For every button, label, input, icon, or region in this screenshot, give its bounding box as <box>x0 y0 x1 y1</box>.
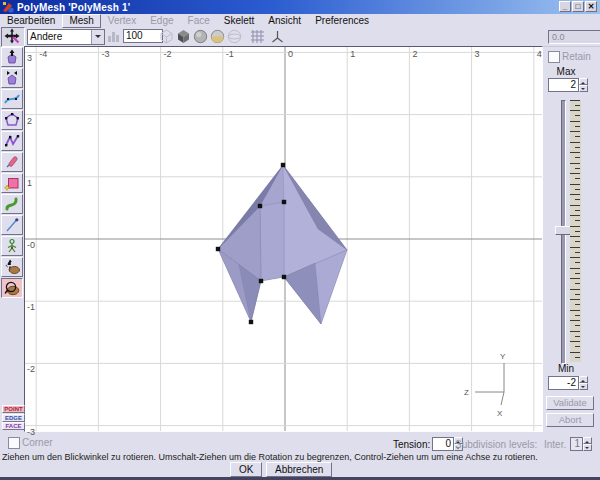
window-title: PolyMesh 'PolyMesh 1' <box>17 2 130 13</box>
subdivision-label: Subdivision levels: <box>455 439 537 450</box>
menu-skelett[interactable]: Skelett <box>217 15 262 27</box>
close-button[interactable]: ✕ <box>585 1 597 12</box>
extrude-tool-button[interactable] <box>1 47 23 67</box>
maximize-button[interactable]: □ <box>572 1 584 12</box>
move-object-tool-button[interactable] <box>1 257 23 277</box>
min-decrement-button[interactable] <box>579 383 588 390</box>
needle-tool-icon <box>4 217 20 233</box>
x-tick-label: 1 <box>350 49 355 59</box>
tension-input[interactable]: 0 <box>432 437 454 451</box>
menu-bearbeiten[interactable]: Bearbeiten <box>0 15 62 27</box>
svg-text:Z: Z <box>464 388 469 397</box>
menu-edge: Edge <box>143 15 180 27</box>
max-decrement-button[interactable] <box>579 85 588 92</box>
svg-text:Y: Y <box>500 352 506 361</box>
magnet-points-tool-button[interactable] <box>1 110 23 130</box>
weld-tool-button[interactable] <box>1 89 23 109</box>
max-increment-button[interactable] <box>579 78 588 85</box>
y-tick-label: 3 <box>27 53 32 63</box>
needle-tool-button[interactable] <box>1 215 23 235</box>
min-input[interactable]: -2 <box>548 376 579 390</box>
axes-toggle-icon[interactable] <box>269 28 286 45</box>
move-object-tool-icon <box>4 259 20 275</box>
tool-palette <box>0 46 24 430</box>
polymesh-window: PolyMesh 'PolyMesh 1' _ □ ✕ BearbeitenMe… <box>0 0 600 480</box>
orientation-axes-indicator: Y Z X <box>455 347 535 425</box>
ok-button[interactable]: OK <box>230 462 262 477</box>
max-input[interactable]: 2 <box>548 78 579 92</box>
vertex-handle[interactable] <box>281 163 285 167</box>
menu-mesh[interactable]: Mesh <box>62 14 100 28</box>
skeleton-tool-button[interactable] <box>1 236 23 256</box>
retain-checkbox[interactable] <box>548 51 560 63</box>
menu-preferences[interactable]: Preferences <box>308 15 376 27</box>
x-tick-label: 0 <box>288 49 293 59</box>
weld-tool-icon <box>4 91 20 107</box>
curve-tool-icon <box>4 196 20 212</box>
create-polygon-tool-button[interactable] <box>1 173 23 193</box>
mode-dropdown[interactable]: Andere <box>27 29 105 45</box>
move-arrows-icon <box>2 28 22 44</box>
value-readout-field: 0.0 <box>548 30 600 44</box>
vertex-handle[interactable] <box>282 200 286 204</box>
y-tick-label: -1 <box>27 302 35 312</box>
extrude-tool-icon <box>4 49 20 65</box>
histogram-icon[interactable] <box>107 29 120 43</box>
min-increment-button[interactable] <box>579 376 588 383</box>
y-tick-label: 1 <box>27 178 32 188</box>
rotate-view-tool-button[interactable] <box>1 278 23 298</box>
viewport-canvas[interactable]: -4-3-2-101234321-0-1-2-3 Y Z X <box>24 46 543 432</box>
skeleton-tool-icon <box>4 238 20 254</box>
size-input[interactable]: 100 <box>123 29 163 43</box>
y-tick-label: -2 <box>27 364 35 374</box>
wireframe-sphere-icon[interactable] <box>226 28 243 45</box>
knife-tool-button[interactable] <box>1 152 23 172</box>
vertex-handle[interactable] <box>259 279 263 283</box>
max-label: Max <box>548 66 584 77</box>
vertex-handle[interactable] <box>282 275 286 279</box>
title-bar[interactable]: PolyMesh 'PolyMesh 1' _ □ ✕ <box>0 0 600 14</box>
inter-increment-button <box>583 437 592 444</box>
selection-mode-edge-button[interactable]: EDGE <box>2 414 25 422</box>
inter-decrement-button <box>583 444 592 451</box>
cancel-button[interactable]: Abbrechen <box>266 462 332 477</box>
x-tick-label: -3 <box>101 49 109 59</box>
move-tool-button[interactable] <box>1 27 25 47</box>
vertex-handle[interactable] <box>216 247 220 251</box>
extrude-both-tool-button[interactable] <box>1 68 23 88</box>
grid-toggle-icon[interactable] <box>249 28 266 45</box>
retain-label: Retain <box>562 51 591 62</box>
selection-mode-face-button[interactable]: FACE <box>2 422 25 430</box>
solid-cube-icon[interactable] <box>175 28 192 45</box>
wireframe-cube-icon[interactable] <box>158 28 175 45</box>
menu-bar: BearbeitenMeshVertexEdgeFaceSkelettAnsic… <box>0 14 600 27</box>
corner-checkbox[interactable] <box>8 437 20 449</box>
app-icon <box>2 1 14 13</box>
x-tick-label: -2 <box>164 49 172 59</box>
inter-spinner: 1 <box>570 437 592 451</box>
half-shaded-sphere-icon[interactable] <box>209 28 226 45</box>
vertex-handle[interactable] <box>249 320 253 324</box>
min-label: Min <box>548 363 584 374</box>
mode-dropdown-value: Andere <box>28 30 91 44</box>
svg-text:X: X <box>497 409 503 418</box>
validate-button[interactable]: Validate <box>546 396 594 410</box>
y-tick-label: 2 <box>27 116 32 126</box>
mesh-face[interactable] <box>260 202 284 281</box>
menu-ansicht[interactable]: Ansicht <box>261 15 308 27</box>
chevron-down-icon[interactable] <box>91 30 104 44</box>
x-tick-label: 2 <box>412 49 417 59</box>
abort-button[interactable]: Abort <box>546 413 594 427</box>
rotate-view-tool-icon <box>4 280 20 296</box>
minimize-button[interactable]: _ <box>559 1 571 12</box>
knife-tool-icon <box>4 154 20 170</box>
max-spinner: 2 <box>548 78 588 92</box>
path-points-tool-button[interactable] <box>1 131 23 151</box>
x-tick-label: -4 <box>39 49 47 59</box>
shaded-sphere-icon[interactable] <box>192 28 209 45</box>
main-toolbar: Andere 100 <box>0 27 600 47</box>
selection-mode-point-button[interactable]: POINT <box>2 405 25 413</box>
vertex-handle[interactable] <box>258 204 262 208</box>
corner-label: Corner <box>22 437 53 448</box>
curve-tool-button[interactable] <box>1 194 23 214</box>
